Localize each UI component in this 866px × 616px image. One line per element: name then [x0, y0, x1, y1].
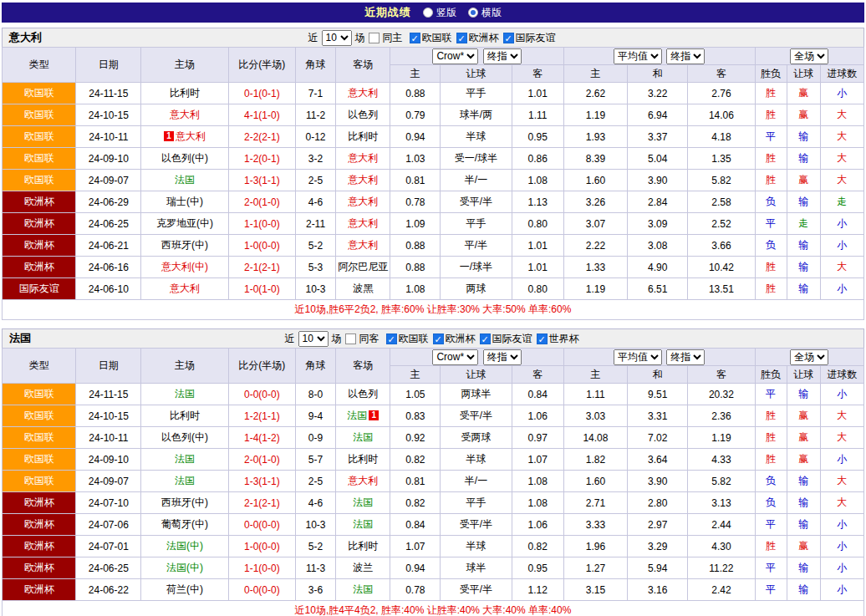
fulltime-select[interactable]: 全场 [790, 349, 828, 365]
away-team-cell: 法国 [336, 514, 390, 536]
team-name-link[interactable]: 法国 [353, 431, 373, 443]
subcol-home-odds-header: 主 [390, 65, 441, 83]
team-name-link[interactable]: 阿尔巴尼亚 [338, 261, 388, 272]
team-name-link[interactable]: 法国 [175, 475, 195, 486]
score-cell[interactable]: 4-1(1-0) [228, 104, 295, 126]
team-name-link[interactable]: 波兰 [353, 562, 373, 573]
team-name-link[interactable]: 法国(中) [166, 540, 203, 552]
score-cell[interactable]: 2-0(1-0) [228, 449, 295, 471]
score-cell[interactable]: 0-1(0-1) [228, 83, 295, 104]
score-cell[interactable]: 0-0(0-0) [228, 579, 295, 601]
team-name-link[interactable]: 意大利 [348, 174, 378, 186]
away-team-cell: 比利时 [336, 536, 390, 557]
team-name-link[interactable]: 波黑 [353, 283, 373, 294]
average-final-select[interactable]: 终指 [666, 349, 705, 365]
same-venue-checkbox[interactable] [345, 333, 356, 344]
competition-filter-checkbox[interactable] [537, 333, 548, 344]
score-cell[interactable]: 2-2(2-1) [228, 126, 295, 148]
avg-away-odds-cell: 2.42 [688, 579, 755, 601]
team-name-link[interactable]: 瑞士(中) [166, 196, 203, 207]
odds-company-select[interactable]: Crow* [432, 349, 478, 365]
team-name-link[interactable]: 法国 [175, 388, 195, 400]
handicap-final-select[interactable]: 终指 [483, 48, 522, 64]
layout-radio-horizontal[interactable]: 横版 [468, 6, 502, 20]
avg-draw-odds-cell: 3.16 [628, 579, 688, 601]
same-venue-checkbox[interactable] [369, 33, 380, 43]
avg-home-odds-cell: 3.33 [563, 514, 627, 536]
match-count-select[interactable]: 10 [322, 30, 352, 46]
team-name-link[interactable]: 意大利(中) [161, 261, 208, 272]
team-name-link[interactable]: 西班牙(中) [161, 496, 208, 508]
competition-type-cell: 欧国联 [3, 427, 76, 449]
competition-filter-checkbox[interactable] [386, 333, 397, 344]
match-count-select[interactable]: 10 [298, 331, 329, 347]
team-name-link[interactable]: 以色列 [348, 109, 378, 120]
competition-filter-checkbox[interactable] [456, 33, 467, 43]
competition-filter-checkbox[interactable] [480, 333, 491, 344]
layout-radio-vertical[interactable]: 竖版 [423, 6, 456, 20]
team-name-link[interactable]: 法国 [353, 518, 373, 530]
result-outcome-cell: 胜 [755, 148, 787, 170]
score-cell[interactable]: 1-2(1-1) [228, 405, 295, 427]
team-name-link[interactable]: 法国 [347, 410, 367, 421]
score-cell[interactable]: 2-1(2-1) [228, 492, 295, 514]
team-name-link[interactable]: 意大利 [348, 217, 378, 229]
team-name-link[interactable]: 克罗地亚(中) [156, 217, 213, 229]
team-name-link[interactable]: 意大利 [170, 109, 200, 120]
team-name-link[interactable]: 意大利 [176, 130, 206, 142]
team-name-link[interactable]: 意大利 [348, 87, 378, 99]
score-cell[interactable]: 2-1(2-1) [228, 257, 295, 278]
competition-filter-checkbox[interactable] [503, 33, 514, 43]
team-name-link[interactable]: 意大利 [348, 475, 378, 486]
subcol-away-odds-header: 客 [512, 65, 563, 83]
competition-type-cell: 欧国联 [3, 384, 76, 405]
corners-cell: 9-4 [295, 405, 335, 427]
team-name-link[interactable]: 以色列(中) [161, 431, 208, 443]
avg-away-odds-cell: 2.58 [688, 191, 755, 213]
score-cell[interactable]: 1-1(0-0) [228, 213, 295, 235]
average-final-select[interactable]: 终指 [666, 48, 705, 64]
competition-filter-checkbox[interactable] [410, 33, 420, 43]
score-cell[interactable]: 1-0(0-0) [228, 536, 295, 557]
score-cell[interactable]: 1-1(0-0) [228, 557, 295, 579]
team-name-link[interactable]: 意大利 [348, 196, 378, 207]
team-name-link[interactable]: 意大利 [170, 283, 200, 294]
score-cell[interactable]: 1-2(0-1) [228, 148, 295, 170]
team-name-link[interactable]: 比利时 [170, 410, 200, 421]
handicap-final-select[interactable]: 终指 [483, 349, 522, 365]
team-name-link[interactable]: 意大利 [348, 239, 378, 251]
team-name-link[interactable]: 西班牙(中) [161, 239, 208, 251]
team-name-link[interactable]: 法国(中) [166, 562, 203, 573]
odds-company-select[interactable]: Crow* [432, 48, 478, 64]
team-name-link[interactable]: 荷兰(中) [166, 583, 203, 595]
avg-draw-odds-cell: 2.84 [628, 191, 688, 213]
score-cell[interactable]: 0-0(0-0) [228, 384, 295, 405]
team-name-link[interactable]: 比利时 [348, 453, 378, 465]
team-name-link[interactable]: 法国 [175, 174, 195, 186]
competition-filter-checkbox[interactable] [433, 333, 444, 344]
handicap-home-odds-cell: 0.84 [390, 514, 441, 536]
team-name-link[interactable]: 法国 [353, 583, 373, 595]
score-cell[interactable]: 2-0(1-0) [228, 191, 295, 213]
average-odds-select[interactable]: 平均值 [614, 349, 662, 365]
score-cell[interactable]: 0-0(0-0) [228, 514, 295, 536]
average-odds-select[interactable]: 平均值 [614, 48, 662, 64]
team-name-link[interactable]: 法国 [353, 496, 373, 508]
score-cell[interactable]: 1-3(1-1) [228, 471, 295, 492]
score-cell[interactable]: 1-0(1-0) [228, 278, 295, 300]
team-name-link[interactable]: 意大利 [348, 152, 378, 164]
team-name-link[interactable]: 比利时 [348, 130, 378, 142]
score-cell[interactable]: 1-4(1-2) [228, 427, 295, 449]
team-name-link[interactable]: 比利时 [348, 540, 378, 552]
score-cell[interactable]: 1-0(0-0) [228, 235, 295, 257]
team-name-link[interactable]: 葡萄牙(中) [161, 518, 208, 530]
team-name-link[interactable]: 以色列 [348, 388, 378, 400]
team-name-link[interactable]: 比利时 [170, 87, 200, 99]
team-name-link[interactable]: 以色列(中) [161, 152, 208, 164]
filters-bar: 近 10 场 同客 欧国联欧洲杯国际友谊世界杯 [285, 331, 582, 347]
team-name-link[interactable]: 法国 [175, 453, 195, 465]
score-cell[interactable]: 1-3(1-1) [228, 170, 295, 191]
handicap-home-odds-cell: 0.83 [390, 405, 441, 427]
fulltime-select[interactable]: 全场 [790, 48, 828, 64]
avg-draw-odds-cell: 6.51 [628, 278, 688, 300]
